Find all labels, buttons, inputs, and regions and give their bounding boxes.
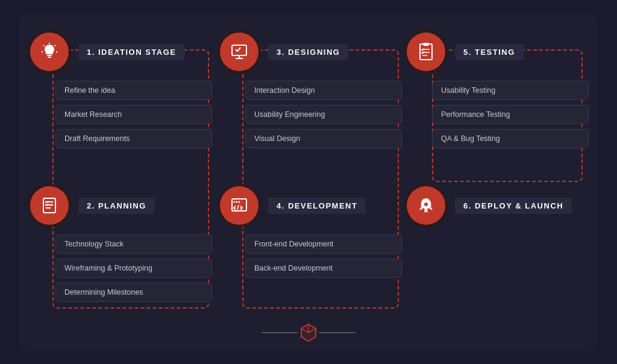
stage-5-title: 5. TESTING bbox=[455, 44, 524, 60]
stage-3-header: 3. DESIGNING bbox=[227, 37, 402, 66]
stage-2-item-1: Wireframing & Prototyping bbox=[55, 259, 212, 278]
stage-1-item-0: Refine the idea bbox=[55, 81, 212, 100]
stage-3: 3. DESIGNING Interaction Design Usabilit… bbox=[227, 37, 402, 148]
svg-point-15 bbox=[234, 201, 236, 203]
svg-point-16 bbox=[236, 201, 238, 203]
stage-3-item-1: Usability Engineering bbox=[245, 105, 402, 124]
svg-rect-19 bbox=[420, 44, 432, 60]
stage-5-item-1: Performance Testing bbox=[432, 105, 589, 124]
checklist-icon bbox=[40, 196, 59, 215]
stage-2-title: 2. PLANNING bbox=[78, 198, 155, 214]
svg-rect-1 bbox=[48, 57, 51, 58]
svg-line-4 bbox=[55, 45, 56, 46]
stage-4-item-0: Front-end Development bbox=[245, 234, 402, 254]
svg-rect-20 bbox=[423, 43, 429, 46]
stage-1-header: 1. IDEATION STAGE bbox=[37, 37, 212, 66]
svg-line-18 bbox=[237, 205, 239, 210]
svg-line-3 bbox=[43, 45, 45, 46]
stage-3-items: Interaction Design Usability Engineering… bbox=[227, 76, 402, 148]
stage-3-item-2: Visual Design bbox=[245, 129, 402, 148]
stage-2: 2. PLANNING Technology Stack Wireframing… bbox=[37, 191, 212, 302]
stage-5-circle bbox=[407, 33, 445, 71]
diagram-container: 1. IDEATION STAGE Refine the idea Market… bbox=[19, 13, 598, 351]
stage-4-title: 4. DEVELOPMENT bbox=[268, 198, 366, 214]
stage-1: 1. IDEATION STAGE Refine the idea Market… bbox=[37, 37, 212, 148]
cube-icon bbox=[298, 322, 319, 344]
design-icon bbox=[230, 42, 249, 61]
stage-2-item-0: Technology Stack bbox=[55, 234, 212, 254]
stage-1-circle bbox=[30, 33, 69, 71]
stage-1-items: Refine the idea Market Research Draft Re… bbox=[37, 76, 212, 148]
stage-4-header: 4. DEVELOPMENT bbox=[227, 191, 402, 220]
stage-6: 6. DEPLOY & LAUNCH bbox=[414, 191, 589, 230]
stage-1-item-2: Draft Requirements bbox=[55, 129, 212, 148]
bottom-line-left bbox=[262, 332, 298, 333]
stage-6-header: 6. DEPLOY & LAUNCH bbox=[414, 191, 589, 220]
stage-4-item-1: Back-end Development bbox=[245, 259, 402, 278]
stage-4-items: Front-end Development Back-end Developme… bbox=[227, 230, 402, 278]
stage-5-item-2: QA & Bug Testing bbox=[432, 129, 589, 148]
stage-1-title: 1. IDEATION STAGE bbox=[78, 44, 185, 60]
lightbulb-icon bbox=[40, 42, 59, 61]
stage-1-item-1: Market Research bbox=[55, 105, 212, 124]
stage-3-item-0: Interaction Design bbox=[245, 81, 402, 100]
code-icon bbox=[230, 196, 249, 215]
stage-5-item-0: Usability Testing bbox=[432, 81, 589, 100]
stage-3-title: 3. DESIGNING bbox=[268, 44, 348, 60]
svg-point-24 bbox=[424, 202, 428, 206]
stage-3-circle bbox=[220, 33, 258, 71]
stage-5: 5. TESTING Usability Testing Performance… bbox=[414, 37, 589, 148]
svg-rect-0 bbox=[47, 55, 52, 56]
stage-5-header: 5. TESTING bbox=[414, 37, 589, 66]
testing-icon bbox=[416, 42, 436, 61]
stage-2-items: Technology Stack Wireframing & Prototypi… bbox=[37, 230, 212, 302]
stage-6-title: 6. DEPLOY & LAUNCH bbox=[455, 198, 572, 214]
stage-4-circle bbox=[220, 186, 258, 225]
stage-5-items: Usability Testing Performance Testing QA… bbox=[414, 76, 589, 148]
stage-6-circle bbox=[407, 186, 445, 225]
stage-2-circle bbox=[30, 186, 69, 225]
rocket-icon bbox=[416, 196, 436, 215]
bottom-line-right bbox=[319, 332, 355, 333]
svg-rect-11 bbox=[232, 45, 246, 55]
stage-2-item-2: Determining Milestones bbox=[55, 283, 212, 302]
stage-2-header: 2. PLANNING bbox=[37, 191, 212, 220]
bottom-connector bbox=[262, 322, 355, 344]
stage-4: 4. DEVELOPMENT Front-end Development Bac… bbox=[227, 191, 402, 278]
svg-point-17 bbox=[239, 201, 240, 203]
